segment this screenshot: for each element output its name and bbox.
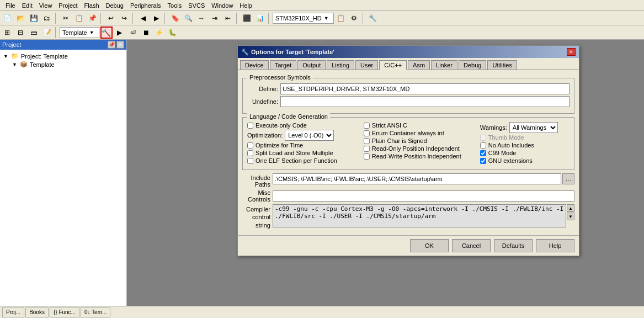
tab-asm[interactable]: Asm bbox=[408, 60, 430, 70]
menu-file[interactable]: File bbox=[2, 1, 19, 10]
status-books[interactable]: Books bbox=[25, 308, 49, 317]
plain-char-checkbox[interactable] bbox=[364, 138, 370, 144]
nav-fwd-button[interactable]: ▶ bbox=[150, 12, 162, 24]
help-button[interactable]: Help bbox=[536, 239, 574, 252]
menu-peripherals[interactable]: Peripherals bbox=[127, 1, 164, 10]
gnu-extensions-checkbox[interactable] bbox=[480, 158, 486, 164]
tree-template-item[interactable]: ▼ 📦 Template bbox=[11, 60, 124, 68]
tb2-2[interactable]: ⊟ bbox=[14, 26, 26, 39]
tb2-run[interactable]: ▶ bbox=[114, 26, 126, 39]
menu-project[interactable]: Project bbox=[55, 1, 81, 10]
enum-container-checkbox[interactable] bbox=[364, 130, 370, 136]
menu-help[interactable]: Help bbox=[236, 1, 256, 10]
copy-button[interactable]: 📋 bbox=[73, 12, 85, 24]
tb-target2[interactable]: ⚙ bbox=[348, 12, 360, 24]
define-input[interactable] bbox=[280, 83, 570, 94]
menu-svcs[interactable]: SVCS bbox=[185, 1, 208, 10]
redo-button[interactable]: ↪ bbox=[118, 12, 130, 24]
open-button[interactable]: 📂 bbox=[14, 12, 26, 24]
split-load-store-row: Split Load and Store Multiple bbox=[247, 150, 359, 156]
split-load-store-checkbox[interactable] bbox=[247, 150, 253, 156]
compiler-control-scroll: ▲ ▼ bbox=[567, 204, 574, 220]
menu-view[interactable]: View bbox=[36, 1, 56, 10]
misc-controls-input[interactable] bbox=[273, 190, 574, 202]
unindent-button[interactable]: ⇤ bbox=[222, 12, 234, 24]
include-paths-input[interactable] bbox=[273, 173, 561, 184]
tb2-stop[interactable]: ⏹ bbox=[140, 26, 152, 39]
sidebar-pin-button[interactable]: 📌 bbox=[108, 41, 115, 49]
include-paths-browse-button[interactable]: … bbox=[562, 173, 574, 184]
compiler-control-label: Compilercontrolstring bbox=[242, 204, 273, 229]
c99-mode-checkbox[interactable] bbox=[480, 150, 486, 156]
save-button[interactable]: 💾 bbox=[28, 12, 40, 24]
thumb-mode-row: Thumb Mode bbox=[480, 134, 570, 141]
target-dropdown-arrow: ▼ bbox=[324, 15, 331, 21]
status-tem[interactable]: 0↓ Tem... bbox=[81, 308, 110, 317]
menu-edit[interactable]: Edit bbox=[19, 1, 36, 10]
cancel-button[interactable]: Cancel bbox=[452, 239, 491, 252]
new-button[interactable]: 📄 bbox=[1, 12, 13, 24]
tab-output[interactable]: Output bbox=[297, 60, 326, 70]
menu-tools[interactable]: Tools bbox=[164, 1, 185, 10]
tab-device[interactable]: Device bbox=[240, 60, 269, 70]
tab-target[interactable]: Target bbox=[270, 60, 297, 70]
undefine-input[interactable] bbox=[280, 96, 570, 107]
split-load-store-label: Split Load and Store Multiple bbox=[256, 150, 333, 156]
template-dropdown[interactable]: Template ▼ bbox=[60, 27, 99, 38]
tab-c-cpp[interactable]: C/C++ bbox=[379, 60, 407, 70]
menu-window[interactable]: Window bbox=[208, 1, 236, 10]
tb2-4[interactable]: 📝 bbox=[41, 26, 53, 39]
undo-button[interactable]: ↩ bbox=[105, 12, 117, 24]
tb2-3[interactable]: 🗃 bbox=[28, 26, 40, 39]
ok-button[interactable]: OK bbox=[410, 239, 449, 252]
cut-button[interactable]: ✂ bbox=[60, 12, 72, 24]
paste-button[interactable]: 📌 bbox=[86, 12, 98, 24]
strict-ansi-checkbox[interactable] bbox=[364, 123, 370, 129]
scroll-up-button[interactable]: ▲ bbox=[567, 204, 574, 212]
sidebar: Project 📌 ✕ ▼ 📁 Project: Template ▼ 📦 Te… bbox=[0, 40, 127, 306]
tab-debug[interactable]: Debug bbox=[459, 60, 486, 70]
find-button[interactable]: 🔍 bbox=[182, 12, 194, 24]
tab-listing[interactable]: Listing bbox=[327, 60, 354, 70]
optimize-time-checkbox[interactable] bbox=[247, 142, 253, 149]
status-func[interactable]: {} Func... bbox=[50, 308, 79, 317]
tab-user[interactable]: User bbox=[355, 60, 378, 70]
menu-debug[interactable]: Debug bbox=[103, 1, 127, 10]
menu-flash[interactable]: Flash bbox=[81, 1, 103, 10]
execute-only-checkbox[interactable] bbox=[247, 123, 253, 129]
tb-target1[interactable]: 📋 bbox=[335, 12, 347, 24]
optimization-select[interactable]: Level 0 (-O0) Level 1 (-O1) Level 2 (-O2… bbox=[285, 130, 334, 141]
tb2-step[interactable]: ⏎ bbox=[127, 26, 139, 39]
c99-mode-row: C99 Mode bbox=[480, 150, 570, 156]
one-elf-checkbox[interactable] bbox=[247, 158, 253, 164]
save-all-button[interactable]: 🗂 bbox=[41, 12, 53, 24]
no-auto-includes-checkbox[interactable] bbox=[480, 142, 486, 149]
readonly-pos-checkbox[interactable] bbox=[364, 146, 370, 152]
nav-back-button[interactable]: ◀ bbox=[137, 12, 149, 24]
readwrite-pos-checkbox[interactable] bbox=[364, 153, 370, 160]
hammer-button[interactable]: 🔨 bbox=[100, 26, 113, 39]
tb-misc1[interactable]: ⬛ bbox=[241, 12, 253, 24]
target-dropdown[interactable]: STM32F10X_HD ▼ bbox=[273, 13, 334, 24]
tab-linker[interactable]: Linker bbox=[431, 60, 457, 70]
one-elf-label: One ELF Section per Function bbox=[256, 157, 337, 164]
tb-misc3[interactable]: 🔧 bbox=[367, 12, 379, 24]
tb-misc2[interactable]: 📊 bbox=[254, 12, 266, 24]
replace-button[interactable]: ↔ bbox=[195, 12, 207, 24]
undefine-label: Undefine: bbox=[247, 98, 280, 105]
scroll-down-button[interactable]: ▼ bbox=[567, 213, 574, 220]
status-proj[interactable]: Proj... bbox=[2, 308, 24, 317]
sidebar-close-button[interactable]: ✕ bbox=[116, 41, 124, 49]
thumb-mode-checkbox[interactable] bbox=[480, 135, 486, 141]
tab-utilities[interactable]: Utilities bbox=[487, 60, 517, 70]
defaults-button[interactable]: Defaults bbox=[494, 239, 533, 252]
tb2-flash[interactable]: ⚡ bbox=[153, 26, 166, 39]
lang-right-col: Warnings: All Warnings No Warnings Thumb… bbox=[480, 121, 570, 165]
indent-button[interactable]: ⇥ bbox=[209, 12, 221, 24]
tb2-1[interactable]: ⊞ bbox=[1, 26, 13, 39]
bookmark-button[interactable]: 🔖 bbox=[169, 12, 181, 24]
dialog-close-button[interactable]: ✕ bbox=[567, 48, 576, 56]
tree-project-item[interactable]: ▼ 📁 Project: Template bbox=[2, 52, 124, 60]
warnings-select[interactable]: All Warnings No Warnings bbox=[509, 122, 558, 133]
tb2-debug[interactable]: 🐛 bbox=[167, 26, 179, 39]
